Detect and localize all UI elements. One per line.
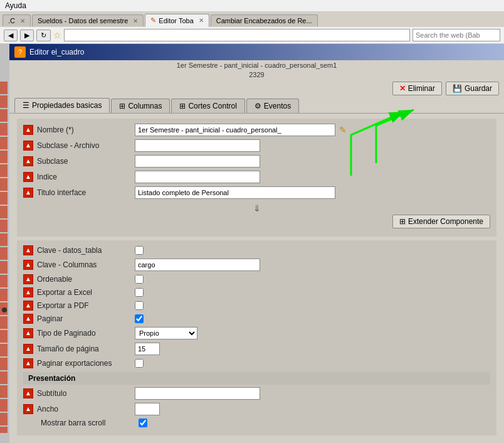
paginar-checkbox[interactable] [135, 314, 144, 323]
double-arrow: ⇓ [23, 202, 490, 215]
app-subtitle2: 2329 [9, 70, 504, 79]
app-title: Editor ei_cuadro [29, 48, 84, 56]
tab-close-0[interactable]: ✕ [20, 18, 25, 24]
left-strip [0, 82, 8, 433]
paginar-exportaciones-icon [23, 358, 33, 368]
ancho-row: Ancho [23, 403, 490, 415]
paginar-row: Paginar [23, 314, 490, 324]
paginar-icon [23, 314, 33, 324]
tipo-paginado-row: Tipo de Paginado Propio Global Ninguno [23, 327, 490, 339]
tab-cortes[interactable]: ⊞ Cortes Control [171, 99, 244, 113]
indice-input[interactable] [135, 171, 260, 183]
app-subtitle: 1er Semestre - pant_inicial - cuadro_per… [9, 60, 504, 70]
ordenable-checkbox[interactable] [135, 275, 144, 284]
subclase-icon [23, 156, 33, 166]
paginar-label: Paginar [37, 314, 131, 323]
address-bar[interactable] [64, 29, 410, 41]
back-button[interactable]: ◀ [4, 29, 18, 41]
delete-label: Eliminar [408, 84, 435, 93]
tab-close-2[interactable]: ✕ [199, 17, 204, 24]
search-input[interactable] [412, 29, 500, 41]
save-label: Guardar [465, 84, 492, 93]
browser-tab-0[interactable]: .C ✕ [3, 14, 31, 26]
nav-bar: ◀ ▶ ↻ ☆ [0, 27, 504, 44]
delete-button[interactable]: ✕ Eliminar [392, 82, 442, 95]
extend-icon: ⊞ [399, 217, 406, 226]
menu-ayuda[interactable]: Ayuda [5, 1, 26, 10]
exportar-pdf-icon [23, 301, 33, 311]
nombre-input[interactable] [135, 124, 335, 136]
clave-datos-checkbox[interactable] [135, 246, 144, 255]
subclase-archivo-icon [23, 141, 33, 151]
clave-datos-label: Clave - datos_tabla [37, 246, 131, 255]
exportar-pdf-checkbox[interactable] [135, 301, 144, 310]
subclase-input[interactable] [135, 155, 260, 168]
tamano-pagina-input[interactable] [135, 343, 160, 355]
ancho-icon [23, 404, 33, 414]
exportar-pdf-row: Exportar a PDF [23, 301, 490, 311]
browser-tab-3[interactable]: Cambiar Encabezados de Re... [211, 14, 318, 26]
subclase-archivo-label: Subclase - Archivo [37, 141, 131, 150]
indice-row: Indice [23, 171, 490, 183]
tab-label-1: Sueldos - Datos del semestre [38, 17, 128, 24]
clave-columnas-row: Clave - Columnas [23, 259, 490, 271]
browser-tab-2[interactable]: ✎ Editor Toba ✕ [145, 14, 209, 27]
browser-tab-1[interactable]: Sueldos - Datos del semestre ✕ [32, 14, 144, 26]
tamano-pagina-label: Tamaño de página [37, 344, 131, 353]
tab-columnas[interactable]: ⊞ Columnas [111, 99, 170, 113]
titulo-row: Titulo interface [23, 186, 490, 199]
tab-close-1[interactable]: ✕ [133, 18, 138, 24]
nombre-label: Nombre (*) [37, 125, 131, 134]
bullet-point [2, 307, 7, 312]
app-titlebar: ? Editor ei_cuadro [9, 44, 504, 60]
ancho-input[interactable] [135, 403, 160, 415]
indice-label: Indice [37, 173, 131, 181]
ordenable-row: Ordenable [23, 274, 490, 284]
subclase-archivo-input[interactable] [135, 139, 260, 152]
ordenable-icon [23, 274, 33, 284]
star-icon[interactable]: ☆ [53, 30, 61, 40]
tab-cortes-icon: ⊞ [179, 102, 186, 110]
extend-button[interactable]: ⊞ Extender Componente [392, 215, 490, 228]
extend-label: Extender Componente [408, 217, 483, 226]
form-content: Nombre (*) ✎ Subclase - Archivo Subclase [9, 113, 504, 443]
toolbar: ✕ Eliminar 💾 Guardar [9, 79, 504, 98]
clave-datos-row: Clave - datos_tabla [23, 245, 490, 255]
tipo-paginado-label: Tipo de Paginado [37, 329, 131, 338]
mostrar-barra-row: Mostrar barra scroll [23, 419, 490, 427]
subtitulo-label: Subtítulo [37, 389, 131, 398]
mostrar-barra-checkbox[interactable] [139, 419, 147, 427]
presentacion-header: Presentación [23, 372, 490, 385]
mostrar-barra-label: Mostrar barra scroll [41, 419, 135, 427]
tab-columnas-icon: ⊞ [119, 102, 125, 110]
refresh-button[interactable]: ↻ [36, 29, 51, 41]
titulo-input[interactable] [135, 186, 335, 199]
titulo-icon [23, 188, 33, 198]
ordenable-label: Ordenable [37, 275, 131, 284]
subtitulo-input[interactable] [135, 387, 260, 400]
nombre-icon [23, 125, 33, 135]
exportar-excel-icon [23, 287, 33, 297]
tipo-paginado-icon [23, 328, 33, 338]
paginar-exportaciones-checkbox[interactable] [135, 359, 144, 368]
save-button[interactable]: 💾 Guardar [446, 82, 499, 95]
subtitulo-row: Subtítulo [23, 387, 490, 400]
tab-label-3: Cambiar Encabezados de Re... [216, 17, 312, 24]
menu-bar: Ayuda [0, 0, 504, 12]
paginar-exportaciones-row: Paginar exportaciones [23, 358, 490, 368]
tab-eventos[interactable]: ⚙ Eventos [246, 99, 299, 113]
app-icon: ? [14, 46, 26, 58]
clave-columnas-label: Clave - Columnas [37, 260, 131, 269]
forward-button[interactable]: ▶ [20, 29, 34, 41]
tipo-paginado-select[interactable]: Propio Global Ninguno [135, 327, 197, 339]
tab-bar: .C ✕ Sueldos - Datos del semestre ✕ ✎ Ed… [0, 12, 504, 27]
edit-nombre-icon[interactable]: ✎ [339, 125, 347, 135]
tamano-pagina-icon [23, 344, 33, 354]
tab-eventos-label: Eventos [264, 102, 291, 110]
tab-propiedades-label: Propiedades basicas [32, 101, 102, 110]
data-section: Clave - datos_tabla Clave - Columnas Ord… [17, 240, 496, 435]
tab-propiedades[interactable]: ☰ Propiedades basicas [14, 98, 110, 113]
exportar-excel-checkbox[interactable] [135, 288, 144, 297]
tab-icon-2: ✎ [150, 16, 156, 24]
clave-columnas-input[interactable] [135, 259, 260, 271]
